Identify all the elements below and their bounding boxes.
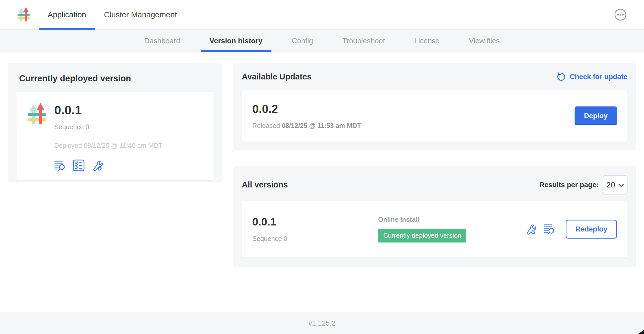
subnav-tab-config[interactable]: Config	[277, 30, 328, 52]
footer: v1.125.2	[0, 313, 644, 334]
deployed-sequence: Sequence 0	[54, 123, 162, 131]
release-notes-icon	[54, 159, 66, 171]
release-notes-button[interactable]	[544, 223, 556, 235]
status-badge: Currently deployed version	[378, 229, 466, 243]
edit-config-button[interactable]	[91, 159, 103, 171]
results-per-page-group: Results per page: 20	[539, 175, 627, 195]
results-per-page-label: Results per page:	[539, 181, 599, 189]
subnav-tab-troubleshoot-label: Troubleshoot	[342, 37, 385, 45]
deployed-version-card: 0.0.1 Sequence 0 Deployed 08/12/25 @ 11:…	[17, 92, 214, 180]
check-for-update-label: Check for update	[570, 73, 627, 81]
update-version-number: 0.0.2	[252, 103, 361, 116]
main-tabs: Application Cluster Management	[39, 0, 186, 29]
available-updates-panel: Available Updates Check for update 0.0.2…	[233, 63, 636, 150]
subnav-tab-config-label: Config	[292, 37, 313, 45]
deployed-timestamp: Deployed 08/12/25 @ 11:40 am MDT	[54, 142, 162, 149]
subnav-tab-license-label: License	[414, 37, 440, 45]
version-row: 0.0.1 Sequence 0 Online Install Currentl…	[242, 201, 627, 257]
chevron-down-icon	[618, 184, 624, 187]
preflight-checks-button[interactable]	[73, 159, 85, 171]
subnav-tab-license[interactable]: License	[400, 30, 454, 52]
install-type-label: Online Install	[378, 216, 524, 223]
overflow-menu-button[interactable]	[614, 8, 627, 21]
deployed-action-icons	[54, 159, 162, 171]
config-icon	[91, 159, 103, 171]
results-per-page-value: 20	[606, 180, 615, 189]
console-version: v1.125.2	[308, 319, 336, 327]
app-logo-icon	[16, 5, 31, 25]
ellipsis-icon	[614, 8, 627, 21]
row-actions: Redeploy	[524, 220, 617, 239]
config-icon	[524, 223, 536, 235]
available-updates-title: Available Updates	[242, 72, 312, 82]
currently-deployed-title: Currently deployed version	[19, 73, 211, 83]
refresh-icon	[556, 72, 566, 82]
release-notes-icon	[544, 223, 556, 235]
subnav-tab-dashboard-label: Dashboard	[144, 37, 180, 45]
subnav-tab-view-files[interactable]: View files	[454, 30, 515, 52]
version-history-page: Currently deployed version 0.0.1 Sequenc…	[0, 52, 644, 267]
released-date: 08/12/25 @ 11:53 am MDT	[282, 122, 361, 129]
preflight-checks-icon	[73, 159, 85, 171]
all-versions-panel: All versions Results per page: 20 0.0.1 …	[233, 166, 636, 267]
update-released-line: Released 08/12/25 @ 11:53 am MDT	[252, 122, 361, 130]
subnav-tab-view-files-label: View files	[469, 37, 500, 45]
subnav-tab-version-history[interactable]: Version history	[195, 30, 277, 52]
tab-application[interactable]: Application	[39, 0, 95, 29]
check-for-update-link[interactable]: Check for update	[556, 72, 627, 82]
subnav-tab-version-history-label: Version history	[210, 37, 263, 45]
redeploy-button[interactable]: Redeploy	[566, 220, 617, 239]
deployed-version-number: 0.0.1	[54, 103, 162, 117]
tab-cluster-management[interactable]: Cluster Management	[95, 0, 186, 29]
released-label: Released	[252, 122, 280, 129]
subnav-tab-troubleshoot[interactable]: Troubleshoot	[328, 30, 400, 52]
app-logo-icon	[26, 102, 48, 127]
available-update-card: 0.0.2 Released 08/12/25 @ 11:53 am MDT D…	[242, 90, 627, 142]
deploy-button[interactable]: Deploy	[575, 106, 617, 125]
top-nav: Application Cluster Management	[0, 0, 644, 30]
all-versions-title: All versions	[242, 180, 288, 190]
release-notes-button[interactable]	[54, 159, 66, 171]
results-per-page-select[interactable]: 20	[603, 175, 627, 195]
tab-application-label: Application	[48, 10, 86, 19]
row-version-number: 0.0.1	[252, 216, 378, 228]
currently-deployed-panel: Currently deployed version 0.0.1 Sequenc…	[8, 63, 222, 182]
app-subnav: Dashboard Version history Config Trouble…	[0, 30, 644, 52]
subnav-tab-dashboard[interactable]: Dashboard	[130, 30, 195, 52]
row-sequence: Sequence 0	[252, 235, 378, 243]
tab-cluster-management-label: Cluster Management	[104, 10, 177, 19]
edit-config-button[interactable]	[524, 223, 536, 235]
